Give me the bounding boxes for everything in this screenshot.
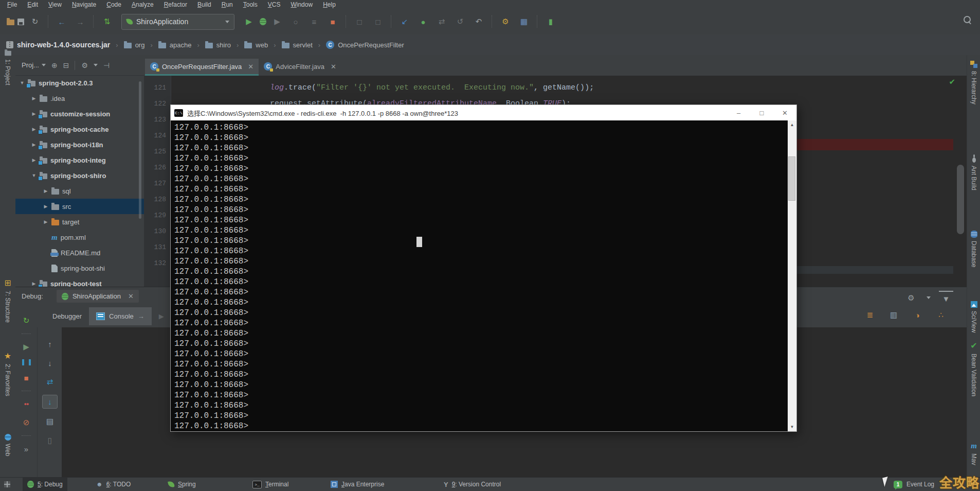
tool-stripe-7-structure[interactable]: ⊞7: Structure (0, 278, 15, 323)
collapse-all-icon[interactable]: ⊟ (63, 61, 69, 69)
vcs-diff-icon[interactable]: ⇄ (434, 15, 449, 28)
menu-analyze[interactable]: Analyze (126, 1, 159, 9)
tree-expand-icon[interactable]: ▶ (31, 96, 37, 101)
attach-profiler-icon[interactable]: ∴ (934, 309, 948, 321)
breadcrumb-item[interactable]: shiro-web-1.4.0-sources.jar (5, 41, 111, 49)
breadcrumb-item[interactable]: shiro (204, 41, 232, 49)
tree-item-customize-session[interactable]: ▶customize-session (15, 106, 144, 121)
tree-expand-icon[interactable]: ▶ (43, 204, 48, 209)
tree-expand-icon[interactable]: ▶ (31, 157, 37, 163)
tool-stripe-database[interactable]: Database (967, 231, 980, 267)
statusbar-5-debug[interactable]: 5: Debug (23, 478, 67, 491)
view-breakpoints-icon[interactable]: ●● (19, 398, 33, 410)
tool-stripe-8-hierarchy[interactable]: 8: Hierarchy (967, 61, 980, 104)
statusbar-9-version-control[interactable]: Y9: Version Control (439, 478, 505, 491)
undo-icon[interactable]: ↶ (471, 15, 486, 28)
tree-expand-icon[interactable]: ▶ (43, 188, 48, 194)
stop-icon[interactable]: ■ (19, 372, 33, 384)
editor-scrollbar[interactable] (957, 165, 964, 234)
debug-session-tab[interactable]: ShiroApplication ✕ (57, 290, 139, 303)
back-icon[interactable]: ← (54, 15, 69, 28)
resume-icon[interactable]: ▶ (19, 341, 33, 353)
breadcrumb-item[interactable]: servlet (281, 41, 314, 49)
run-coverage-icon[interactable]: ▶ (269, 15, 285, 28)
open-project-icon[interactable] (7, 20, 14, 25)
tree-expand-icon[interactable]: ▶ (43, 219, 48, 224)
menu-navigate[interactable]: Navigate (67, 1, 101, 9)
tool-stripe-bean-validation[interactable]: ✔Bean Validation (967, 341, 980, 396)
menu-tools[interactable]: Tools (238, 1, 263, 9)
tree-item-src[interactable]: ▶src (15, 199, 144, 214)
cmd-scroll-thumb[interactable] (788, 156, 795, 201)
build-column-icon[interactable]: □ (352, 15, 367, 28)
menu-refactor[interactable]: Refactor (159, 1, 192, 9)
run-dashboard-icon[interactable]: ≡ (306, 15, 322, 28)
tree-item--idea[interactable]: ▶.idea (15, 91, 144, 106)
up-stack-icon[interactable]: ↑ (43, 338, 57, 350)
locate-icon[interactable]: ⊕ (51, 61, 58, 69)
hide-panel-icon[interactable]: ⊣ (103, 61, 110, 69)
close-icon[interactable]: ✕ (331, 63, 336, 71)
menu-vcs[interactable]: VCS (263, 1, 286, 9)
run-configuration-combo[interactable]: ShiroApplication (121, 14, 234, 30)
minimize-button[interactable]: – (727, 105, 750, 120)
cmd-scrollbar[interactable]: ▲ ▼ (788, 120, 796, 431)
print-icon[interactable]: ▤ (43, 415, 57, 428)
tree-expand-icon[interactable]: ▶ (31, 111, 37, 116)
menu-window[interactable]: Window (285, 1, 318, 9)
tree-collapse-icon[interactable]: ▼ (20, 80, 25, 85)
tree-expand-icon[interactable]: ▶ (31, 127, 37, 132)
tree-item-spring-boot-integ[interactable]: ▶spring-boot-integ (15, 152, 144, 168)
synchronize-icon[interactable]: ↻ (27, 15, 43, 28)
statusbar-terminal[interactable]: >_Terminal (248, 478, 293, 491)
tree-item-spring-boot-2-0-3[interactable]: ▼spring-boot-2.0.3 (15, 75, 144, 91)
close-icon[interactable]: ✕ (248, 63, 253, 71)
clear-all-icon[interactable]: ▯ (43, 434, 57, 447)
profiler-icon[interactable]: ○ (288, 15, 303, 28)
breadcrumb-item[interactable]: apache (157, 41, 193, 49)
breadcrumb-item[interactable]: org (123, 41, 146, 49)
tree-item-sql[interactable]: ▶sql (15, 183, 144, 199)
debug-tab-debugger[interactable]: Debugger (45, 307, 89, 325)
tool-stripe-1-project[interactable]: 1: Project (0, 49, 15, 85)
tool-stripe-web[interactable]: Web (0, 434, 15, 456)
soft-wrap-icon[interactable]: ⇄ (43, 376, 57, 388)
debug-icon[interactable] (260, 18, 266, 25)
breadcrumb-item[interactable]: COncePerRequestFilter (325, 41, 405, 49)
menu-code[interactable]: Code (101, 1, 126, 9)
more-actions-icon[interactable]: » (19, 443, 33, 455)
memory-indicator-icon[interactable]: ▮ (543, 15, 558, 28)
project-scrollbar[interactable] (139, 81, 141, 219)
debug-tab-console[interactable]: Console→ (89, 307, 152, 325)
thread-dump-icon[interactable]: ≣ (863, 309, 877, 321)
gear-icon[interactable]: ⚙ (904, 292, 918, 304)
tool-window-switcher-icon[interactable] (4, 481, 10, 487)
update-running-app-icon[interactable]: ⇅ (99, 15, 115, 28)
tree-item-spring-boot-cache[interactable]: ▶spring-boot-cache (15, 121, 144, 137)
pause-icon[interactable] (22, 359, 31, 365)
cmd-titlebar[interactable]: C:\ 选择C:\Windows\System32\cmd.exe - redi… (171, 105, 796, 120)
tool-stripe-sciview[interactable]: SciView (967, 301, 980, 332)
run-icon[interactable]: ▶ (241, 15, 257, 28)
tree-item-target[interactable]: ▶target (15, 214, 144, 230)
menu-run[interactable]: Run (216, 1, 238, 9)
tree-expand-icon[interactable]: ▶ (31, 281, 37, 286)
float-mode-icon[interactable]: ▼ (939, 291, 953, 305)
search-everywhere-icon[interactable] (964, 16, 971, 23)
mute-breakpoints-icon[interactable]: ⊘ (19, 416, 33, 429)
cmd-terminal[interactable]: 127.0.0.1:8668>127.0.0.1:8668>127.0.0.1:… (171, 120, 796, 431)
project-view-selector[interactable]: Proj... (22, 61, 46, 69)
tree-item-spring-boot-shiro[interactable]: ▼spring-boot-shiro (15, 168, 144, 183)
menu-build[interactable]: Build (192, 1, 216, 9)
deploy-column-icon[interactable]: □ (370, 15, 386, 28)
vcs-rollback-icon[interactable]: ↺ (452, 15, 468, 28)
tree-expand-icon[interactable]: ▶ (31, 142, 37, 147)
breadcrumb-item[interactable]: web (243, 41, 269, 49)
menu-view[interactable]: View (43, 1, 67, 9)
close-icon[interactable]: ✕ (128, 292, 134, 300)
save-all-icon[interactable] (17, 19, 24, 25)
profiler-gauge-icon[interactable]: ◑ (910, 309, 924, 321)
tree-collapse-icon[interactable]: ▼ (31, 173, 37, 178)
scroll-to-end-icon[interactable]: ↓ (42, 395, 58, 409)
vcs-update-icon[interactable]: ↙ (397, 15, 412, 28)
